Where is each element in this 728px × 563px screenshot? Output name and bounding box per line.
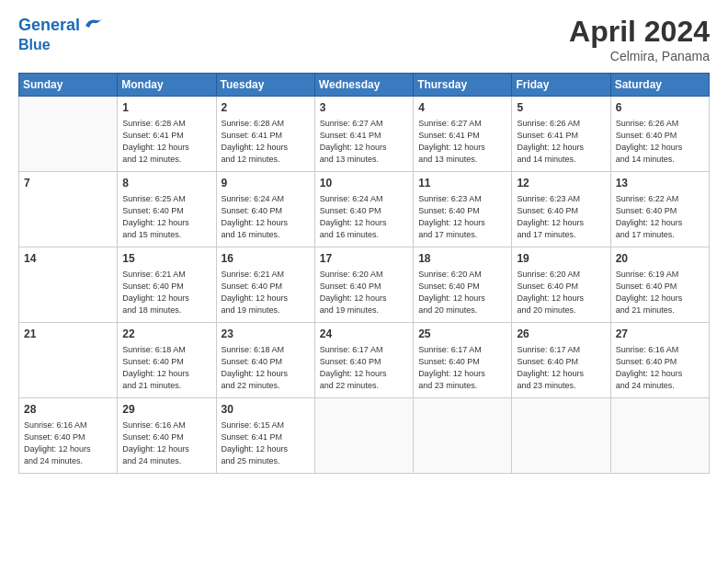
day-info: Sunrise: 6:17 AM Sunset: 6:40 PM Dayligh… xyxy=(320,344,408,392)
day-number: 3 xyxy=(320,100,408,116)
day-info: Sunrise: 6:23 AM Sunset: 6:40 PM Dayligh… xyxy=(517,193,605,241)
day-number: 5 xyxy=(517,100,605,116)
calendar-cell: 5Sunrise: 6:26 AM Sunset: 6:41 PM Daylig… xyxy=(512,97,610,172)
day-info: Sunrise: 6:18 AM Sunset: 6:40 PM Dayligh… xyxy=(222,344,310,392)
day-number: 11 xyxy=(418,176,506,191)
calendar-cell: 1Sunrise: 6:28 AM Sunset: 6:41 PM Daylig… xyxy=(118,97,216,172)
calendar-cell: 18Sunrise: 6:20 AM Sunset: 6:40 PM Dayli… xyxy=(414,247,512,323)
calendar: SundayMondayTuesdayWednesdayThursdayFrid… xyxy=(18,73,710,474)
calendar-cell: 2Sunrise: 6:28 AM Sunset: 6:41 PM Daylig… xyxy=(216,97,314,172)
week-row-1: 1Sunrise: 6:28 AM Sunset: 6:41 PM Daylig… xyxy=(19,97,710,172)
calendar-cell: 10Sunrise: 6:24 AM Sunset: 6:40 PM Dayli… xyxy=(314,172,413,247)
week-row-4: 2122Sunrise: 6:18 AM Sunset: 6:40 PM Day… xyxy=(19,323,710,398)
calendar-cell: 22Sunrise: 6:18 AM Sunset: 6:40 PM Dayli… xyxy=(118,323,216,398)
day-info: Sunrise: 6:20 AM Sunset: 6:40 PM Dayligh… xyxy=(517,269,605,316)
day-number: 23 xyxy=(222,327,310,342)
day-number: 21 xyxy=(24,327,112,342)
day-number: 14 xyxy=(24,251,112,267)
calendar-cell xyxy=(610,398,709,474)
title-area: April 2024 Celmira, Panama xyxy=(569,15,710,63)
calendar-cell: 3Sunrise: 6:27 AM Sunset: 6:41 PM Daylig… xyxy=(314,97,413,172)
day-number: 26 xyxy=(517,327,605,342)
day-number: 6 xyxy=(616,100,704,116)
calendar-header-row: SundayMondayTuesdayWednesdayThursdayFrid… xyxy=(19,74,710,97)
calendar-cell: 13Sunrise: 6:22 AM Sunset: 6:40 PM Dayli… xyxy=(610,172,709,247)
calendar-cell: 16Sunrise: 6:21 AM Sunset: 6:40 PM Dayli… xyxy=(216,247,314,323)
page: General Blue April 2024 Celmira, Panama … xyxy=(0,0,728,563)
logo-bird-icon xyxy=(82,15,104,37)
day-info: Sunrise: 6:18 AM Sunset: 6:40 PM Dayligh… xyxy=(122,344,210,392)
calendar-cell: 8Sunrise: 6:25 AM Sunset: 6:40 PM Daylig… xyxy=(118,172,216,247)
day-number: 28 xyxy=(24,402,112,418)
day-info: Sunrise: 6:24 AM Sunset: 6:40 PM Dayligh… xyxy=(320,193,408,241)
day-info: Sunrise: 6:15 AM Sunset: 6:41 PM Dayligh… xyxy=(222,419,310,467)
day-info: Sunrise: 6:16 AM Sunset: 6:40 PM Dayligh… xyxy=(616,344,704,392)
day-number: 24 xyxy=(320,327,408,342)
calendar-cell: 19Sunrise: 6:20 AM Sunset: 6:40 PM Dayli… xyxy=(512,247,610,323)
day-number: 30 xyxy=(222,402,310,418)
header-saturday: Saturday xyxy=(610,74,709,97)
logo-subtext: Blue xyxy=(18,37,104,53)
header-thursday: Thursday xyxy=(414,74,512,97)
calendar-cell: 29Sunrise: 6:16 AM Sunset: 6:40 PM Dayli… xyxy=(118,398,216,474)
day-number: 19 xyxy=(517,251,605,267)
day-number: 27 xyxy=(616,327,704,342)
calendar-cell xyxy=(512,398,610,474)
day-number: 22 xyxy=(122,327,210,342)
day-info: Sunrise: 6:27 AM Sunset: 6:41 PM Dayligh… xyxy=(418,118,506,166)
day-number: 8 xyxy=(122,176,210,191)
calendar-cell: 4Sunrise: 6:27 AM Sunset: 6:41 PM Daylig… xyxy=(414,97,512,172)
day-info: Sunrise: 6:26 AM Sunset: 6:41 PM Dayligh… xyxy=(517,118,605,166)
header-wednesday: Wednesday xyxy=(314,74,413,97)
calendar-cell: 27Sunrise: 6:16 AM Sunset: 6:40 PM Dayli… xyxy=(610,323,709,398)
day-info: Sunrise: 6:26 AM Sunset: 6:40 PM Dayligh… xyxy=(616,118,704,166)
day-number: 25 xyxy=(418,327,506,342)
calendar-cell: 21 xyxy=(19,323,118,398)
calendar-cell: 12Sunrise: 6:23 AM Sunset: 6:40 PM Dayli… xyxy=(512,172,610,247)
day-info: Sunrise: 6:28 AM Sunset: 6:41 PM Dayligh… xyxy=(122,118,210,166)
day-info: Sunrise: 6:20 AM Sunset: 6:40 PM Dayligh… xyxy=(418,269,506,316)
calendar-cell: 17Sunrise: 6:20 AM Sunset: 6:40 PM Dayli… xyxy=(314,247,413,323)
day-number: 9 xyxy=(222,176,310,191)
day-number: 2 xyxy=(222,100,310,116)
day-info: Sunrise: 6:24 AM Sunset: 6:40 PM Dayligh… xyxy=(222,193,310,241)
day-number: 20 xyxy=(616,251,704,267)
calendar-cell xyxy=(19,97,118,172)
header-monday: Monday xyxy=(118,74,216,97)
day-info: Sunrise: 6:21 AM Sunset: 6:40 PM Dayligh… xyxy=(222,269,310,316)
day-info: Sunrise: 6:27 AM Sunset: 6:41 PM Dayligh… xyxy=(320,118,408,166)
day-number: 16 xyxy=(222,251,310,267)
calendar-cell: 23Sunrise: 6:18 AM Sunset: 6:40 PM Dayli… xyxy=(216,323,314,398)
month-year: April 2024 xyxy=(569,15,710,49)
calendar-cell xyxy=(314,398,413,474)
day-info: Sunrise: 6:16 AM Sunset: 6:40 PM Dayligh… xyxy=(24,419,112,467)
calendar-cell: 7 xyxy=(19,172,118,247)
day-info: Sunrise: 6:25 AM Sunset: 6:40 PM Dayligh… xyxy=(122,193,210,241)
logo: General Blue xyxy=(18,15,104,53)
day-info: Sunrise: 6:20 AM Sunset: 6:40 PM Dayligh… xyxy=(320,269,408,316)
day-number: 10 xyxy=(320,176,408,191)
calendar-cell: 6Sunrise: 6:26 AM Sunset: 6:40 PM Daylig… xyxy=(610,97,709,172)
calendar-cell: 9Sunrise: 6:24 AM Sunset: 6:40 PM Daylig… xyxy=(216,172,314,247)
day-number: 29 xyxy=(122,402,210,418)
day-info: Sunrise: 6:23 AM Sunset: 6:40 PM Dayligh… xyxy=(418,193,506,241)
day-number: 13 xyxy=(616,176,704,191)
day-number: 15 xyxy=(122,251,210,267)
week-row-5: 28Sunrise: 6:16 AM Sunset: 6:40 PM Dayli… xyxy=(19,398,710,474)
header: General Blue April 2024 Celmira, Panama xyxy=(18,15,710,63)
day-info: Sunrise: 6:22 AM Sunset: 6:40 PM Dayligh… xyxy=(616,193,704,241)
location: Celmira, Panama xyxy=(569,49,710,63)
week-row-3: 1415Sunrise: 6:21 AM Sunset: 6:40 PM Day… xyxy=(19,247,710,323)
logo-text: General xyxy=(18,17,80,35)
day-info: Sunrise: 6:17 AM Sunset: 6:40 PM Dayligh… xyxy=(418,344,506,392)
calendar-cell: 28Sunrise: 6:16 AM Sunset: 6:40 PM Dayli… xyxy=(19,398,118,474)
day-number: 7 xyxy=(24,176,112,191)
header-tuesday: Tuesday xyxy=(216,74,314,97)
calendar-cell: 20Sunrise: 6:19 AM Sunset: 6:40 PM Dayli… xyxy=(610,247,709,323)
calendar-cell xyxy=(414,398,512,474)
header-sunday: Sunday xyxy=(19,74,118,97)
calendar-cell: 11Sunrise: 6:23 AM Sunset: 6:40 PM Dayli… xyxy=(414,172,512,247)
day-number: 4 xyxy=(418,100,506,116)
day-info: Sunrise: 6:17 AM Sunset: 6:40 PM Dayligh… xyxy=(517,344,605,392)
day-number: 12 xyxy=(517,176,605,191)
